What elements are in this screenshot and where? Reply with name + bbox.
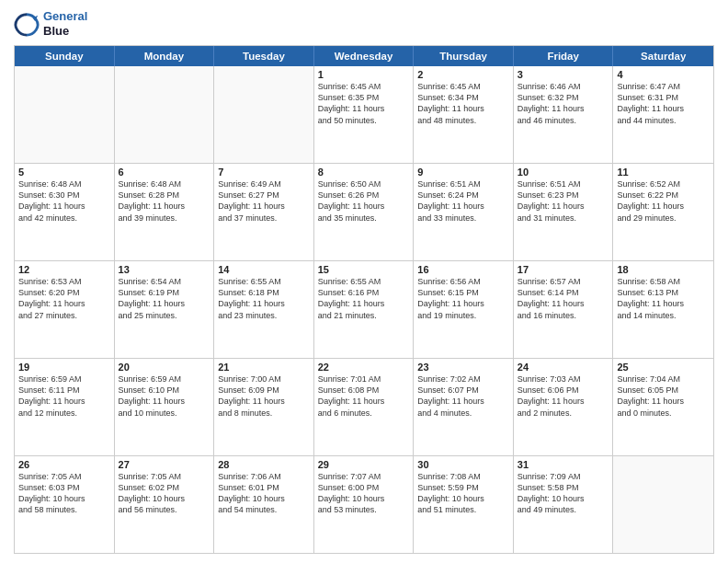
day-number: 19 — [18, 362, 110, 373]
day-cell: 11Sunrise: 6:52 AMSunset: 6:22 PMDayligh… — [613, 164, 713, 260]
day-number: 13 — [119, 264, 210, 275]
day-info: Sunrise: 7:09 AMSunset: 5:58 PMDaylight:… — [518, 471, 609, 516]
day-cell: 18Sunrise: 6:58 AMSunset: 6:13 PMDayligh… — [613, 261, 713, 358]
logo-text: General Blue — [43, 9, 87, 38]
day-header-sunday: Sunday — [15, 46, 115, 66]
day-info: Sunrise: 7:05 AMSunset: 6:02 PMDaylight:… — [119, 471, 210, 516]
day-info: Sunrise: 6:48 AMSunset: 6:28 PMDaylight:… — [119, 178, 210, 224]
day-number: 20 — [119, 362, 210, 373]
day-info: Sunrise: 6:51 AMSunset: 6:24 PMDaylight:… — [417, 178, 509, 224]
day-number: 15 — [318, 264, 410, 275]
day-cell: 19Sunrise: 6:59 AMSunset: 6:11 PMDayligh… — [15, 359, 115, 455]
day-number: 21 — [218, 362, 310, 373]
day-info: Sunrise: 6:58 AMSunset: 6:13 PMDaylight:… — [617, 276, 710, 321]
day-cell: 21Sunrise: 7:00 AMSunset: 6:09 PMDayligh… — [214, 359, 314, 455]
day-cell: 8Sunrise: 6:50 AMSunset: 6:26 PMDaylight… — [314, 164, 415, 260]
week-row-1: 5Sunrise: 6:48 AMSunset: 6:30 PMDaylight… — [15, 163, 713, 260]
day-number: 14 — [218, 264, 310, 275]
day-cell: 24Sunrise: 7:03 AMSunset: 6:06 PMDayligh… — [514, 359, 614, 455]
day-info: Sunrise: 6:49 AMSunset: 6:27 PMDaylight:… — [218, 178, 310, 224]
logo-line2: Blue — [43, 24, 87, 39]
day-number: 2 — [417, 69, 509, 80]
header: General Blue — [14, 9, 714, 38]
day-cell: 31Sunrise: 7:09 AMSunset: 5:58 PMDayligh… — [514, 456, 614, 553]
day-number: 9 — [417, 167, 509, 178]
logo-line1: General — [43, 9, 87, 24]
day-cell — [115, 66, 215, 163]
day-info: Sunrise: 7:05 AMSunset: 6:03 PMDaylight:… — [18, 471, 110, 516]
day-info: Sunrise: 7:06 AMSunset: 6:01 PMDaylight:… — [218, 471, 310, 516]
day-info: Sunrise: 7:08 AMSunset: 5:59 PMDaylight:… — [417, 471, 509, 516]
day-cell: 7Sunrise: 6:49 AMSunset: 6:27 PMDaylight… — [214, 164, 314, 260]
day-info: Sunrise: 6:54 AMSunset: 6:19 PMDaylight:… — [119, 276, 210, 321]
day-header-thursday: Thursday — [414, 46, 514, 66]
day-cell: 2Sunrise: 6:45 AMSunset: 6:34 PMDaylight… — [414, 66, 514, 163]
day-cell: 9Sunrise: 6:51 AMSunset: 6:24 PMDaylight… — [414, 164, 514, 260]
day-header-saturday: Saturday — [613, 46, 713, 66]
day-header-wednesday: Wednesday — [314, 46, 415, 66]
page: General Blue SundayMondayTuesdayWednesda… — [0, 0, 728, 563]
day-header-tuesday: Tuesday — [214, 46, 314, 66]
day-number: 22 — [318, 362, 410, 373]
week-row-0: 1Sunrise: 6:45 AMSunset: 6:35 PMDaylight… — [15, 66, 713, 163]
day-cell: 16Sunrise: 6:56 AMSunset: 6:15 PMDayligh… — [414, 261, 514, 358]
day-info: Sunrise: 6:52 AMSunset: 6:22 PMDaylight:… — [617, 178, 710, 224]
day-info: Sunrise: 6:55 AMSunset: 6:18 PMDaylight:… — [218, 276, 310, 321]
day-info: Sunrise: 6:48 AMSunset: 6:30 PMDaylight:… — [18, 178, 110, 224]
day-number: 10 — [518, 167, 609, 178]
logo: General Blue — [14, 9, 87, 38]
day-cell: 3Sunrise: 6:46 AMSunset: 6:32 PMDaylight… — [514, 66, 614, 163]
day-number: 25 — [617, 362, 710, 373]
day-number: 17 — [518, 264, 609, 275]
day-info: Sunrise: 7:02 AMSunset: 6:07 PMDaylight:… — [417, 373, 509, 419]
day-cell: 17Sunrise: 6:57 AMSunset: 6:14 PMDayligh… — [514, 261, 614, 358]
day-cell: 26Sunrise: 7:05 AMSunset: 6:03 PMDayligh… — [15, 456, 115, 553]
day-info: Sunrise: 7:01 AMSunset: 6:08 PMDaylight:… — [318, 373, 410, 419]
day-info: Sunrise: 7:03 AMSunset: 6:06 PMDaylight:… — [518, 373, 609, 419]
day-number: 3 — [518, 69, 609, 80]
day-number: 7 — [218, 167, 310, 178]
day-info: Sunrise: 7:07 AMSunset: 6:00 PMDaylight:… — [318, 471, 410, 516]
day-number: 18 — [617, 264, 710, 275]
day-cell: 20Sunrise: 6:59 AMSunset: 6:10 PMDayligh… — [115, 359, 215, 455]
day-number: 30 — [417, 459, 509, 470]
day-number: 26 — [18, 459, 110, 470]
day-cell: 22Sunrise: 7:01 AMSunset: 6:08 PMDayligh… — [314, 359, 415, 455]
day-cell: 5Sunrise: 6:48 AMSunset: 6:30 PMDaylight… — [15, 164, 115, 260]
day-number: 31 — [518, 459, 609, 470]
day-cell — [15, 66, 115, 163]
calendar: SundayMondayTuesdayWednesdayThursdayFrid… — [14, 45, 714, 554]
day-number: 28 — [218, 459, 310, 470]
day-number: 4 — [617, 69, 710, 80]
day-cell: 30Sunrise: 7:08 AMSunset: 5:59 PMDayligh… — [414, 456, 514, 553]
day-info: Sunrise: 6:57 AMSunset: 6:14 PMDaylight:… — [518, 276, 609, 321]
day-cell: 13Sunrise: 6:54 AMSunset: 6:19 PMDayligh… — [115, 261, 215, 358]
day-cell: 29Sunrise: 7:07 AMSunset: 6:00 PMDayligh… — [314, 456, 415, 553]
day-number: 29 — [318, 459, 410, 470]
day-number: 11 — [617, 167, 710, 178]
day-cell: 23Sunrise: 7:02 AMSunset: 6:07 PMDayligh… — [414, 359, 514, 455]
day-info: Sunrise: 6:46 AMSunset: 6:32 PMDaylight:… — [518, 81, 609, 126]
day-cell — [613, 456, 713, 553]
day-info: Sunrise: 6:59 AMSunset: 6:11 PMDaylight:… — [18, 373, 110, 419]
day-cell: 14Sunrise: 6:55 AMSunset: 6:18 PMDayligh… — [214, 261, 314, 358]
day-info: Sunrise: 6:59 AMSunset: 6:10 PMDaylight:… — [119, 373, 210, 419]
logo-icon — [14, 11, 40, 37]
week-row-3: 19Sunrise: 6:59 AMSunset: 6:11 PMDayligh… — [15, 358, 713, 455]
day-number: 5 — [18, 167, 110, 178]
week-row-4: 26Sunrise: 7:05 AMSunset: 6:03 PMDayligh… — [15, 455, 713, 553]
day-info: Sunrise: 6:45 AMSunset: 6:35 PMDaylight:… — [318, 81, 410, 126]
day-info: Sunrise: 6:51 AMSunset: 6:23 PMDaylight:… — [518, 178, 609, 224]
week-row-2: 12Sunrise: 6:53 AMSunset: 6:20 PMDayligh… — [15, 260, 713, 358]
day-number: 24 — [518, 362, 609, 373]
day-number: 23 — [417, 362, 509, 373]
day-header-friday: Friday — [514, 46, 614, 66]
day-number: 12 — [18, 264, 110, 275]
day-number: 27 — [119, 459, 210, 470]
day-cell: 1Sunrise: 6:45 AMSunset: 6:35 PMDaylight… — [314, 66, 415, 163]
day-cell — [214, 66, 314, 163]
day-cell: 10Sunrise: 6:51 AMSunset: 6:23 PMDayligh… — [514, 164, 614, 260]
day-cell: 15Sunrise: 6:55 AMSunset: 6:16 PMDayligh… — [314, 261, 415, 358]
day-info: Sunrise: 7:04 AMSunset: 6:05 PMDaylight:… — [617, 373, 710, 419]
day-info: Sunrise: 6:55 AMSunset: 6:16 PMDaylight:… — [318, 276, 410, 321]
